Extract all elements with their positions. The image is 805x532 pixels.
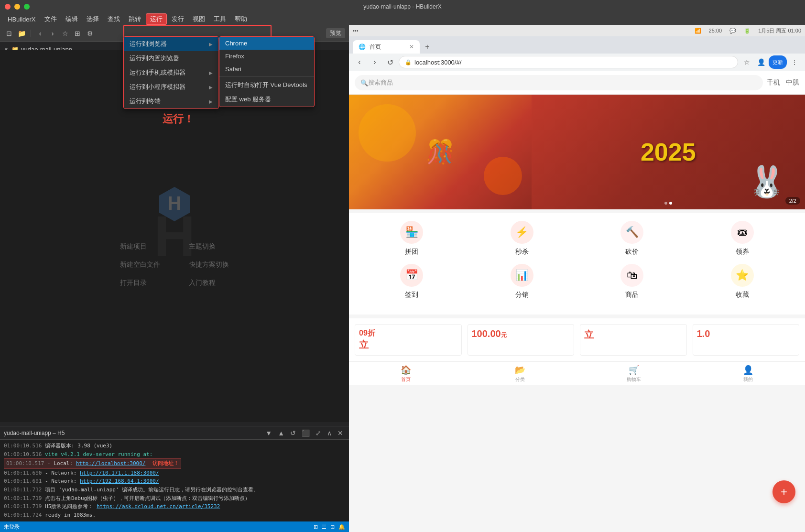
bookmark-button[interactable]: ☆: [60, 28, 70, 39]
new-file-button[interactable]: ⊡: [4, 28, 14, 39]
search-placeholder: 搜索商品: [368, 78, 393, 87]
console-maximize[interactable]: ∧: [325, 428, 334, 438]
console-refresh[interactable]: ↺: [288, 428, 298, 438]
banner-section: 🎊 2025 🐰 2/2: [349, 95, 805, 209]
back-nav-button[interactable]: ‹: [353, 55, 366, 69]
menu-find[interactable]: 查找: [104, 14, 124, 24]
browser-webserver[interactable]: 配置 web 服务器: [219, 92, 314, 107]
preview-button[interactable]: 预览: [326, 28, 345, 38]
forward-nav-button[interactable]: ›: [368, 55, 381, 69]
help-link[interactable]: https://ask.dcloud.net.cn/article/35232: [97, 503, 220, 510]
run-to-miniprogram[interactable]: 运行到小程序模拟器 ▶: [124, 80, 218, 94]
shortcut-open-dir[interactable]: 打开目录: [120, 279, 160, 287]
status-icon-1[interactable]: ⊞: [314, 524, 318, 530]
category-shoucang[interactable]: ⭐ 收藏: [731, 264, 754, 299]
category-pingtuan[interactable]: 🏪 拼团: [400, 221, 423, 256]
qiandao-emoji: 📅: [405, 269, 418, 282]
browser-chrome[interactable]: Chrome: [219, 37, 314, 50]
profile-btn[interactable]: 👤: [754, 55, 768, 69]
new-folder-button[interactable]: 📁: [16, 28, 27, 39]
console-scroll-down[interactable]: ▼: [263, 428, 274, 438]
refresh-button[interactable]: ↺: [383, 55, 397, 69]
tab-title: 首页: [370, 43, 381, 51]
browser-submenu: Chrome Firefox Safari 运行时自动打开 Vue Devtoo…: [219, 36, 315, 107]
browser-firefox[interactable]: Firefox: [219, 50, 314, 63]
run-to-builtin-browser[interactable]: 运行到内置浏览器: [124, 51, 218, 65]
category-kanjia[interactable]: 🔨 砍价: [620, 221, 643, 256]
local-url-link[interactable]: http://localhost:3000/: [76, 460, 146, 467]
header-link-1[interactable]: 千机: [767, 78, 780, 87]
nav-home[interactable]: 🏠 首页: [349, 362, 463, 385]
browser-devtools[interactable]: 运行时自动打开 Vue Devtools: [219, 78, 314, 92]
menu-jump[interactable]: 跳转: [125, 14, 145, 24]
sale-section: 09折 立 100.00元 立 1.0: [349, 318, 805, 361]
dot-2-active[interactable]: [669, 202, 672, 205]
goods-icon: 🛍: [620, 264, 643, 287]
bookmark-nav-btn[interactable]: ☆: [740, 55, 753, 69]
menu-view[interactable]: 视图: [189, 14, 209, 24]
category-qiandao[interactable]: 📅 签到: [400, 264, 423, 299]
network-url-link-1[interactable]: http://10.171.1.188:3000/: [80, 470, 159, 476]
log-line: 01:00:11.691 - Network: http://192.168.6…: [4, 477, 345, 486]
console-close[interactable]: ✕: [336, 428, 345, 438]
settings-button[interactable]: ⚙: [85, 28, 95, 39]
tab-close-button[interactable]: ✕: [409, 43, 414, 50]
category-lingquan[interactable]: 🎟 领券: [731, 221, 754, 256]
sale-item-3[interactable]: 立: [580, 324, 687, 356]
nav-profile[interactable]: 👤 我的: [691, 362, 805, 385]
menu-tools[interactable]: 工具: [210, 14, 230, 24]
menu-hbuilderx[interactable]: HBuilderX: [4, 15, 40, 24]
maximize-button[interactable]: [24, 4, 30, 10]
run-to-browser[interactable]: 运行到浏览器 ▶: [124, 37, 218, 51]
status-icon-3[interactable]: ⊡: [330, 524, 335, 530]
menu-select[interactable]: 选择: [83, 14, 103, 24]
fab-button[interactable]: +: [772, 480, 795, 503]
update-btn[interactable]: 更新: [769, 55, 787, 69]
webserver-label: 配置 web 服务器: [225, 95, 271, 104]
banner-left[interactable]: 🎊: [349, 95, 532, 209]
status-icon-4[interactable]: 🔔: [338, 524, 345, 530]
app-search-bar[interactable]: 🔍 搜索商品: [355, 75, 763, 90]
browser-chrome-ui: 🌐 首页 ✕ + ‹ › ↺ 🔒 localhost:3000/#/ ☆ 👤: [349, 36, 805, 71]
browser-content: 🔍 搜索商品 千机 中肌: [349, 71, 805, 532]
category-fenxiao[interactable]: 📊 分销: [511, 264, 533, 299]
menu-run[interactable]: 运行: [146, 13, 167, 25]
run-to-device[interactable]: 运行到手机或模拟器 ▶: [124, 65, 218, 80]
address-bar[interactable]: 🔒 localhost:3000/#/: [399, 56, 738, 68]
banner-right[interactable]: 2025 🐰 2/2: [532, 95, 805, 209]
sale-item-1[interactable]: 09折 立: [355, 324, 462, 356]
console-panel: yudao-mall-uniapp – H5 ▼ ▲ ↺ ⬛ ⤢ ∧ ✕ 01:…: [0, 426, 349, 521]
dot-1[interactable]: [664, 202, 667, 205]
nav-cart[interactable]: 🛒 购物车: [577, 362, 691, 385]
category-goods[interactable]: 🛍 商品: [620, 264, 643, 299]
forward-button[interactable]: ›: [47, 28, 58, 39]
browser-tab-home[interactable]: 🌐 首页 ✕: [353, 40, 420, 54]
minimize-button[interactable]: [14, 4, 20, 10]
network-url-link-2[interactable]: http://192.168.64.1:3000/: [80, 478, 159, 484]
sale-item-2[interactable]: 100.00元: [468, 324, 575, 356]
submenu-arrow: ▶: [209, 42, 213, 47]
lingquan-icon: 🎟: [731, 221, 754, 244]
menu-edit[interactable]: 编辑: [62, 14, 82, 24]
back-button[interactable]: ‹: [35, 28, 45, 39]
menu-file[interactable]: 文件: [41, 14, 61, 24]
split-button[interactable]: ⊞: [72, 28, 83, 39]
close-button[interactable]: [5, 4, 11, 10]
menu-help[interactable]: 帮助: [231, 14, 251, 24]
nav-categories[interactable]: 📂 分类: [463, 362, 577, 385]
shortcut-tutorial[interactable]: 入门教程: [189, 279, 229, 287]
console-scroll-up[interactable]: ▲: [276, 428, 286, 438]
run-to-terminal[interactable]: 运行到终端 ▶: [124, 94, 218, 109]
browser-safari[interactable]: Safari: [219, 63, 314, 76]
console-stop[interactable]: ⬛: [300, 428, 312, 438]
sale-item-4[interactable]: 1.0: [693, 324, 800, 356]
menu-publish[interactable]: 发行: [168, 14, 188, 24]
submenu-arrow: ▶: [209, 99, 213, 104]
menu-nav-btn[interactable]: ⋮: [788, 55, 801, 69]
header-link-2[interactable]: 中肌: [786, 78, 799, 87]
new-tab-button[interactable]: +: [421, 40, 434, 54]
banner-year-text: 2025: [641, 138, 696, 166]
category-miaosha[interactable]: ⚡ 秒杀: [511, 221, 533, 256]
console-expand[interactable]: ⤢: [314, 428, 323, 438]
status-icon-2[interactable]: ☰: [322, 524, 326, 530]
